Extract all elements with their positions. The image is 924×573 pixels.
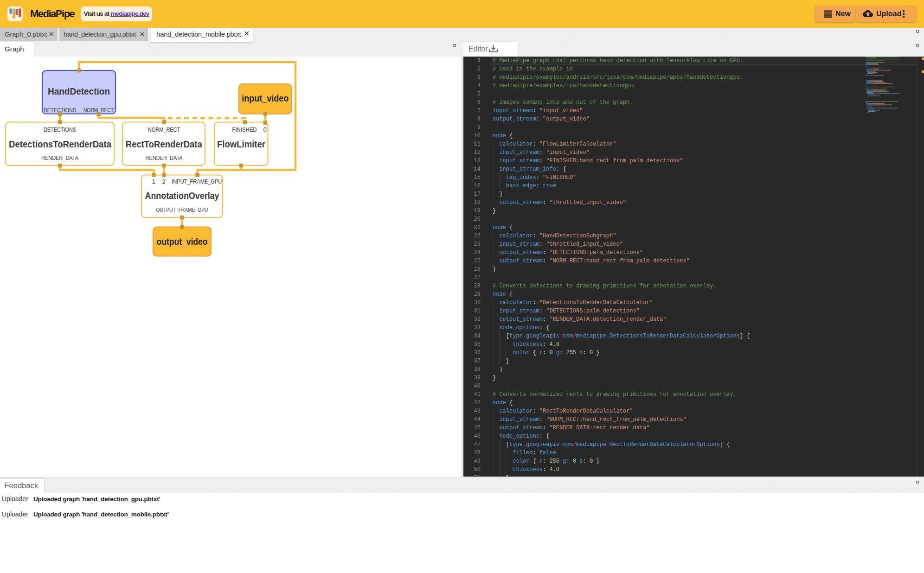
svg-text:OUTPUT_FRAME_GPU: OUTPUT_FRAME_GPU	[156, 206, 208, 213]
svg-text:output_video: output_video	[157, 236, 208, 247]
svg-text:1: 1	[152, 178, 155, 185]
svg-text:FINISHED: FINISHED	[232, 126, 257, 133]
svg-text:DETECTIONS: DETECTIONS	[44, 126, 76, 133]
svg-text:RENDER_DATA: RENDER_DATA	[146, 154, 183, 161]
svg-text:DetectionsToRenderData: DetectionsToRenderData	[9, 139, 111, 149]
svg-text:HandDetection: HandDetection	[48, 86, 110, 96]
svg-text:input_video: input_video	[242, 93, 289, 103]
svg-text:RectToRenderData: RectToRenderData	[126, 139, 202, 149]
svg-text:NORM_RECT: NORM_RECT	[148, 126, 180, 133]
svg-text:INPUT_FRAME_GPU: INPUT_FRAME_GPU	[172, 178, 222, 185]
svg-text:2: 2	[162, 178, 165, 185]
svg-text:0: 0	[263, 126, 266, 133]
svg-text:RENDER_DATA: RENDER_DATA	[41, 154, 78, 161]
svg-text:FlowLimiter: FlowLimiter	[217, 139, 265, 149]
svg-text:AnnotationOverlay: AnnotationOverlay	[145, 190, 219, 201]
